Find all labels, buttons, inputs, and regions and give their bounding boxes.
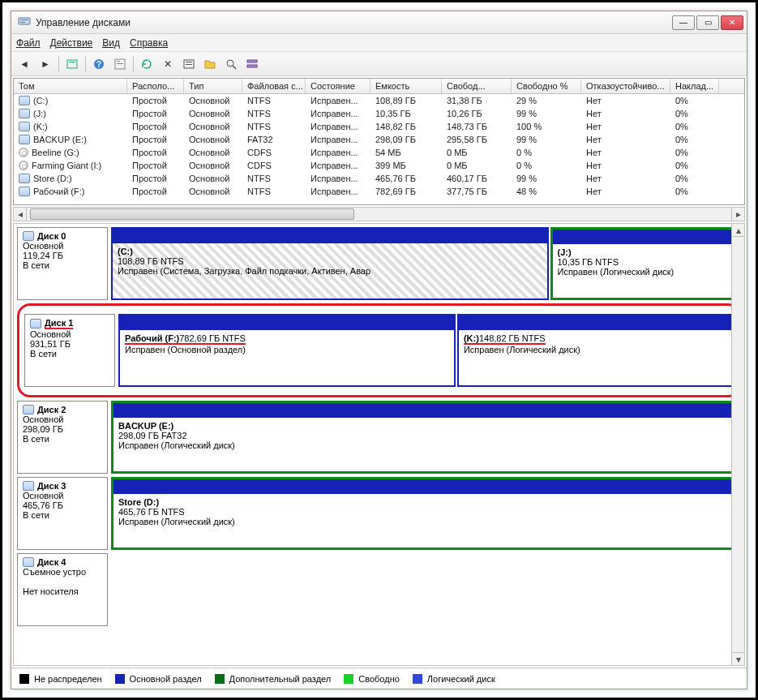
svg-rect-11 <box>186 62 192 62</box>
svg-text:?: ? <box>96 60 101 69</box>
disk-info[interactable]: Диск 0Основной119,24 ГБВ сети <box>17 227 108 300</box>
legend-logical: Логический диск <box>427 674 495 684</box>
disk-info[interactable]: Диск 3Основной465,76 ГБВ сети <box>17 477 108 550</box>
table-row[interactable]: Farming Giant (I:)ПростойОсновнойCDFSИсп… <box>14 159 744 172</box>
table-row[interactable]: Beeline (G:)ПростойОсновнойCDFSИсправен.… <box>14 146 744 159</box>
legend: Не распределен Основной раздел Дополните… <box>11 668 747 689</box>
svg-rect-9 <box>117 63 123 64</box>
disk-row[interactable]: Диск 4Съемное устроНет носителя <box>17 553 741 626</box>
drive-icon <box>19 109 30 118</box>
legend-primary-icon <box>115 674 125 684</box>
disk-row[interactable]: Диск 1Основной931,51 ГБВ сетиРабочий (F:… <box>24 314 734 387</box>
up-button[interactable] <box>62 54 82 74</box>
disk-row[interactable]: Диск 3Основной465,76 ГБВ сетиStore (D:)4… <box>17 477 741 550</box>
table-body[interactable]: (C:)ПростойОсновнойNTFSИсправен...108,89… <box>14 94 744 204</box>
disk-info[interactable]: Диск 2Основной298,09 ГБВ сети <box>17 401 108 474</box>
scroll-left-icon[interactable]: ◂ <box>14 208 27 221</box>
disk-map[interactable]: Диск 0Основной119,24 ГБВ сети(C:)108,89 … <box>13 223 745 666</box>
col-vol[interactable]: Том <box>14 79 127 93</box>
back-button[interactable]: ◄ <box>15 54 34 74</box>
delete-button[interactable]: ✕ <box>158 54 178 74</box>
col-fs[interactable]: Файловая с... <box>242 79 306 93</box>
partition[interactable]: (K:)148,82 ГБ NTFSИсправен (Логический д… <box>457 314 734 387</box>
drive-icon <box>19 135 30 144</box>
menubar: Файл Действие Вид Справка <box>11 34 747 52</box>
partition-bar <box>553 230 739 244</box>
legend-primary: Основной раздел <box>130 674 202 684</box>
table-row[interactable]: (C:)ПростойОсновнойNTFSИсправен...108,89… <box>14 94 744 107</box>
partition[interactable]: (C:)108,89 ГБ NTFSИсправен (Система, Заг… <box>111 227 549 300</box>
scroll-up-icon[interactable]: ▴ <box>732 224 744 237</box>
svg-rect-16 <box>247 65 257 67</box>
menu-help[interactable]: Справка <box>130 37 168 49</box>
table-row[interactable]: (K:)ПростойОсновнойNTFSИсправен...148,82… <box>14 120 744 133</box>
app-icon <box>18 15 31 30</box>
disk-icon <box>23 557 34 567</box>
legend-unallocated-icon <box>19 674 29 684</box>
help-button[interactable]: ? <box>89 54 109 74</box>
col-freepct[interactable]: Свободно % <box>512 79 581 93</box>
col-fault[interactable]: Отказоустойчиво... <box>581 79 670 93</box>
table-header: Том Располо... Тип Файловая с... Состоян… <box>14 79 744 94</box>
partition[interactable]: Store (D:)465,76 ГБ NTFSИсправен (Логиче… <box>111 477 741 550</box>
svg-rect-2 <box>20 22 25 23</box>
disk-info[interactable]: Диск 4Съемное устроНет носителя <box>17 553 108 626</box>
scroll-thumb[interactable] <box>30 208 354 220</box>
col-overhead[interactable]: Наклад... <box>670 79 719 93</box>
svg-rect-15 <box>247 60 257 62</box>
partition-bar <box>113 479 739 494</box>
list-button[interactable] <box>242 54 262 74</box>
partition-bar <box>459 316 732 330</box>
legend-free-icon <box>344 674 353 684</box>
svg-point-13 <box>227 60 233 67</box>
legend-logical-icon <box>413 674 422 684</box>
search-button[interactable] <box>221 54 241 74</box>
col-capacity[interactable]: Емкость <box>370 79 442 93</box>
disk-icon <box>23 481 34 491</box>
col-layout[interactable]: Располо... <box>127 79 184 93</box>
svg-rect-4 <box>69 62 75 62</box>
vertical-scrollbar[interactable]: ▴ ▾ <box>731 224 744 665</box>
col-free[interactable]: Свобод... <box>442 79 512 93</box>
partition[interactable]: BACKUP (E:)298,09 ГБ FAT32Исправен (Логи… <box>111 401 741 474</box>
scroll-right-icon[interactable]: ▸ <box>731 208 744 221</box>
menu-view[interactable]: Вид <box>102 37 120 49</box>
table-row[interactable]: Рабочий (F:)ПростойОсновнойNTFSИсправен.… <box>14 185 744 198</box>
table-row[interactable]: Store (D:)ПростойОсновнойNTFSИсправен...… <box>14 172 744 185</box>
disk-icon <box>23 405 34 414</box>
disk-icon <box>23 231 34 241</box>
maximize-button[interactable]: ▭ <box>696 15 719 30</box>
partition[interactable]: (J:)10,35 ГБ NTFSИсправен (Логический ди… <box>550 227 742 300</box>
scroll-down-icon[interactable]: ▾ <box>732 652 744 665</box>
menu-file[interactable]: Файл <box>16 37 41 49</box>
drive-icon <box>19 187 30 196</box>
table-row[interactable]: (J:)ПростойОсновнойNTFSИсправен...10,35 … <box>14 107 744 120</box>
menu-action[interactable]: Действие <box>50 37 93 49</box>
horizontal-scrollbar[interactable]: ◂ ▸ <box>13 207 745 221</box>
forward-button[interactable]: ► <box>36 54 55 74</box>
refresh-button[interactable] <box>137 54 156 74</box>
open-button[interactable] <box>200 54 220 74</box>
col-status[interactable]: Состояние <box>306 79 370 93</box>
drive-icon <box>19 122 30 131</box>
minimize-button[interactable]: — <box>672 15 695 30</box>
svg-rect-0 <box>19 18 30 24</box>
settings-button[interactable] <box>179 54 199 74</box>
svg-rect-1 <box>20 19 28 20</box>
svg-rect-3 <box>67 60 77 68</box>
cd-icon <box>19 148 28 157</box>
disk-row[interactable]: Диск 0Основной119,24 ГБВ сети(C:)108,89 … <box>17 227 741 300</box>
partition-bar <box>113 229 547 243</box>
partition[interactable]: Рабочий (F:)782,69 ГБ NTFSИсправен (Осно… <box>118 314 456 387</box>
close-button[interactable]: ✕ <box>721 15 743 30</box>
disk-management-window: Управление дисками — ▭ ✕ Файл Действие В… <box>11 11 747 689</box>
col-type[interactable]: Тип <box>184 79 242 93</box>
disk-info[interactable]: Диск 1Основной931,51 ГБВ сети <box>24 314 115 387</box>
legend-unallocated: Не распределен <box>34 674 102 684</box>
table-row[interactable]: BACKUP (E:)ПростойОсновнойFAT32Исправен.… <box>14 133 744 146</box>
disk-row[interactable]: Диск 2Основной298,09 ГБВ сетиBACKUP (E:)… <box>17 401 741 474</box>
titlebar[interactable]: Управление дисками — ▭ ✕ <box>11 11 747 34</box>
window-title: Управление дисками <box>36 17 131 28</box>
volume-table: Том Располо... Тип Файловая с... Состоян… <box>13 78 745 205</box>
properties-button[interactable] <box>110 54 130 74</box>
